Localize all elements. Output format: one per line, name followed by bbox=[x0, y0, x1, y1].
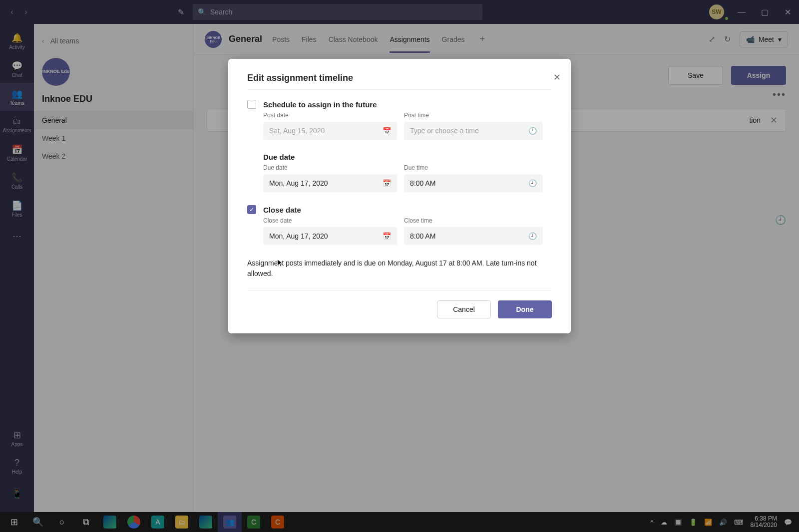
schedule-checkbox[interactable] bbox=[247, 100, 256, 109]
close-title: Close date bbox=[263, 206, 301, 214]
clock-icon: 🕘 bbox=[528, 232, 537, 240]
schedule-label: Schedule to assign in the future bbox=[263, 100, 377, 109]
modal-close-button[interactable]: ✕ bbox=[553, 72, 561, 83]
summary-text: Assignment posts immediately and is due … bbox=[247, 258, 552, 279]
modal-backdrop: ✕ Edit assignment timeline Schedule to a… bbox=[0, 0, 799, 532]
due-title: Due date bbox=[263, 153, 552, 161]
edit-timeline-modal: ✕ Edit assignment timeline Schedule to a… bbox=[228, 59, 571, 333]
close-time-field[interactable]: 8:00 AM 🕘 bbox=[404, 227, 543, 245]
calendar-icon: 📅 bbox=[383, 127, 391, 135]
clock-icon: 🕘 bbox=[528, 179, 537, 187]
modal-title: Edit assignment timeline bbox=[247, 73, 552, 90]
calendar-icon: 📅 bbox=[383, 179, 391, 187]
close-date-field[interactable]: Mon, Aug 17, 2020 📅 bbox=[263, 227, 397, 245]
due-date-field[interactable]: Mon, Aug 17, 2020 📅 bbox=[263, 174, 397, 192]
clock-icon: 🕘 bbox=[528, 127, 537, 135]
due-section: Due date Due dateDue time Mon, Aug 17, 2… bbox=[247, 153, 552, 192]
close-date-checkbox[interactable]: ✓ bbox=[247, 205, 256, 214]
due-time-field[interactable]: 8:00 AM 🕘 bbox=[404, 174, 543, 192]
cancel-button[interactable]: Cancel bbox=[437, 300, 491, 318]
done-button[interactable]: Done bbox=[498, 300, 552, 318]
schedule-section: Schedule to assign in the future Post da… bbox=[247, 100, 552, 140]
close-section: ✓ Close date Close dateClose time Mon, A… bbox=[247, 205, 552, 245]
calendar-icon: 📅 bbox=[383, 232, 391, 240]
post-time-field[interactable]: Type or choose a time 🕘 bbox=[404, 122, 543, 140]
post-date-field[interactable]: Sat, Aug 15, 2020 📅 bbox=[263, 122, 397, 140]
